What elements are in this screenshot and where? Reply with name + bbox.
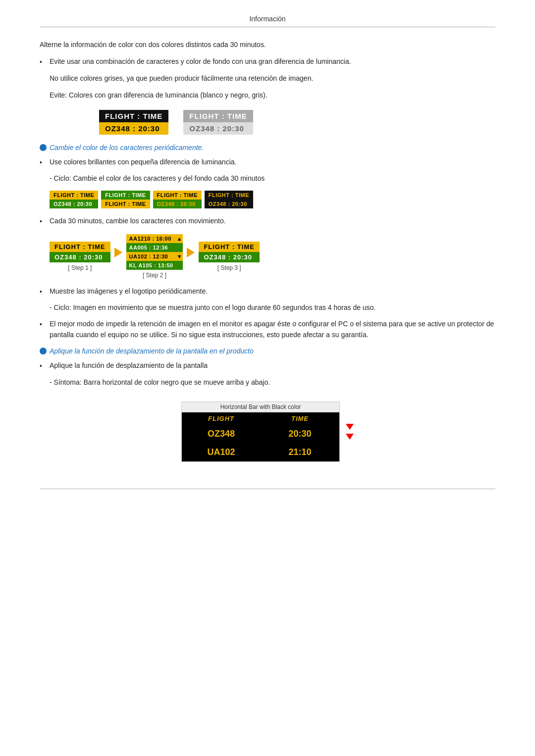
step2-r4c1: KL A105 : 13:50 bbox=[126, 261, 176, 270]
bullet-5: • El mejor modo de impedir la retención … bbox=[40, 318, 495, 341]
step2-r2c1: AA005 : 12:36 bbox=[126, 243, 176, 252]
flight-box-grey: FLIGHT : TIME OZ348 : 20:30 bbox=[183, 110, 253, 135]
italic-blue-2-text: Aplique la función de desplazamiento de … bbox=[50, 347, 254, 355]
mini-box-1-data: OZ348 : 20:30 bbox=[50, 200, 98, 208]
mini-box-3-header: FLIGHT : TIME bbox=[153, 191, 202, 200]
mini-box-4-header: FLIGHT : TIME bbox=[205, 191, 253, 200]
para2: Evite: Colores con gran diferencia de lu… bbox=[50, 90, 495, 101]
page-title-text: Información bbox=[249, 15, 285, 23]
mini-box-3-data: OZ348 : 20:30 bbox=[153, 200, 202, 208]
flight-display-row: FLIGHT : TIME OZ348 : 20:30 FLIGHT : TIM… bbox=[99, 110, 495, 135]
step2-arrow-up: ▲ bbox=[176, 234, 183, 243]
bullet-6-text: Aplique la función de desplazamiento de … bbox=[50, 360, 208, 371]
hbar-arrow-down-2 bbox=[346, 434, 354, 440]
flight-grey-header: FLIGHT : TIME bbox=[183, 110, 253, 122]
bullet-dot-5: • bbox=[40, 318, 50, 341]
flight-dark-data: OZ348 : 20:30 bbox=[99, 122, 168, 135]
step3-data: OZ348 : 20:30 bbox=[199, 252, 260, 262]
hbar-r1c1: OZ348 bbox=[182, 425, 261, 443]
steps-row: FLIGHT : TIME OZ348 : 20:30 [ Step 1 ] A… bbox=[50, 234, 495, 279]
mini-box-4: FLIGHT : TIME OZ348 : 20:30 bbox=[205, 191, 253, 208]
para1: No utilice colores grises, ya que pueden… bbox=[50, 73, 495, 84]
hbar-arrows bbox=[343, 424, 357, 440]
step3-wrap: FLIGHT : TIME OZ348 : 20:30 [ Step 3 ] bbox=[199, 242, 260, 271]
mini-box-1: FLIGHT : TIME OZ348 : 20:30 bbox=[50, 191, 98, 208]
bullet-3-text: Cada 30 minutos, cambie los caracteres c… bbox=[50, 215, 226, 227]
hbar-arrow-down-1 bbox=[346, 424, 354, 430]
mini-box-2: FLIGHT : TIME FLIGHT : TIME bbox=[101, 191, 150, 208]
hbar-r2c2: 21:10 bbox=[261, 443, 339, 461]
flight-box-dark: FLIGHT : TIME OZ348 : 20:30 bbox=[99, 110, 168, 135]
mini-box-2-data: FLIGHT : TIME bbox=[101, 200, 150, 208]
bullet-2-text: Use colores brillantes con pequeña difer… bbox=[50, 156, 236, 168]
step2-arrow-down: ▼ bbox=[176, 252, 183, 261]
step1-header: FLIGHT : TIME bbox=[50, 242, 110, 252]
bullet-3: • Cada 30 minutos, cambie los caracteres… bbox=[40, 215, 495, 227]
mini-box-1-header: FLIGHT : TIME bbox=[50, 191, 98, 200]
flight-dark-header: FLIGHT : TIME bbox=[99, 110, 168, 122]
mini-box-3: FLIGHT : TIME OZ348 : 20:30 bbox=[153, 191, 202, 208]
bullet-1-text: Evite usar una combinación de caracteres… bbox=[50, 56, 351, 67]
sub-text-1: - Ciclo: Cambie el color de los caracter… bbox=[50, 173, 495, 184]
step2-wrap: AA1210 : 16:00 ▲ AA005 : 12:36 UA102 : 1… bbox=[126, 234, 183, 279]
hbar-r1c2: 20:30 bbox=[261, 425, 339, 443]
flight-grey-data: OZ348 : 20:30 bbox=[183, 122, 253, 135]
bullet-dot-2: • bbox=[40, 156, 50, 168]
step2-box: AA1210 : 16:00 ▲ AA005 : 12:36 UA102 : 1… bbox=[126, 234, 183, 270]
intro-text: Alterne la información de color con dos … bbox=[40, 39, 495, 50]
sub-text-3: - Síntoma: Barra horizontal de color neg… bbox=[50, 377, 495, 388]
bullet-4-text: Muestre las imágenes y el logotipo perió… bbox=[50, 286, 208, 297]
step1-label: [ Step 1 ] bbox=[68, 264, 92, 271]
step1-box: FLIGHT : TIME OZ348 : 20:30 bbox=[50, 242, 110, 262]
step2-row2: AA005 : 12:36 bbox=[126, 243, 183, 252]
bullet-2: • Use colores brillantes con pequeña dif… bbox=[40, 156, 495, 168]
step1-data: OZ348 : 20:30 bbox=[50, 252, 110, 262]
bullet-dot-4: • bbox=[40, 286, 50, 297]
arrow-right-icon-1 bbox=[114, 248, 122, 257]
page-footer-line bbox=[40, 489, 495, 489]
italic-blue-2: Aplique la función de desplazamiento de … bbox=[40, 347, 495, 355]
step3-label: [ Step 3 ] bbox=[217, 264, 241, 271]
step-arrow-2 bbox=[183, 248, 199, 257]
hbar-container: Horizontal Bar with Black color FLIGHT T… bbox=[181, 402, 340, 462]
step2-row1: AA1210 : 16:00 ▲ bbox=[126, 234, 183, 243]
step2-row3: UA102 : 12:30 ▼ bbox=[126, 252, 183, 261]
step2-r4c2 bbox=[176, 261, 183, 270]
bullet-5-text: El mejor modo de impedir la retención de… bbox=[50, 318, 495, 341]
italic-blue-1-text: Cambie el color de los caracteres periód… bbox=[50, 144, 204, 151]
bullet-1: • Evite usar una combinación de caracter… bbox=[40, 56, 495, 67]
step2-r3c1: UA102 : 12:30 bbox=[126, 252, 176, 261]
hbar-h1: FLIGHT bbox=[182, 412, 261, 425]
bullet-dot-6: • bbox=[40, 360, 50, 371]
sub-text-2: - Ciclo: Imagen en movimiento que se mue… bbox=[50, 302, 495, 313]
hbar-outer: Horizontal Bar with Black color FLIGHT T… bbox=[178, 395, 357, 469]
page-title: Información bbox=[40, 15, 495, 27]
hbar-data-row2: UA102 21:10 bbox=[182, 443, 339, 461]
bullet-4: • Muestre las imágenes y el logotipo per… bbox=[40, 286, 495, 297]
hbar-header-row: FLIGHT TIME bbox=[182, 412, 339, 425]
page-container: Información Alterne la información de co… bbox=[0, 0, 535, 519]
mini-box-2-header: FLIGHT : TIME bbox=[101, 191, 150, 200]
blue-circle-icon-1 bbox=[40, 144, 47, 151]
hbar-r2c1: UA102 bbox=[182, 443, 261, 461]
step-arrow-1 bbox=[110, 248, 126, 257]
step2-r2c2 bbox=[176, 243, 183, 252]
cycle-row: FLIGHT : TIME OZ348 : 20:30 FLIGHT : TIM… bbox=[50, 191, 495, 208]
mini-box-4-data: OZ348 : 20:30 bbox=[205, 200, 253, 208]
step2-label: [ Step 2 ] bbox=[143, 272, 166, 279]
bullet-6: • Aplique la función de desplazamiento d… bbox=[40, 360, 495, 371]
step3-header: FLIGHT : TIME bbox=[199, 242, 260, 252]
step1-wrap: FLIGHT : TIME OZ348 : 20:30 [ Step 1 ] bbox=[50, 242, 110, 271]
step2-row4: KL A105 : 13:50 bbox=[126, 261, 183, 270]
hbar-title: Horizontal Bar with Black color bbox=[182, 402, 339, 412]
bullet-dot-1: • bbox=[40, 56, 50, 67]
step2-r1c1: AA1210 : 16:00 bbox=[126, 234, 176, 243]
italic-blue-1: Cambie el color de los caracteres periód… bbox=[40, 144, 495, 151]
blue-circle-icon-2 bbox=[40, 348, 47, 354]
step3-box: FLIGHT : TIME OZ348 : 20:30 bbox=[199, 242, 260, 262]
arrow-right-icon-2 bbox=[187, 248, 195, 257]
hbar-h2: TIME bbox=[261, 412, 339, 425]
hbar-data-row1: OZ348 20:30 bbox=[182, 425, 339, 443]
bullet-dot-3: • bbox=[40, 215, 50, 227]
